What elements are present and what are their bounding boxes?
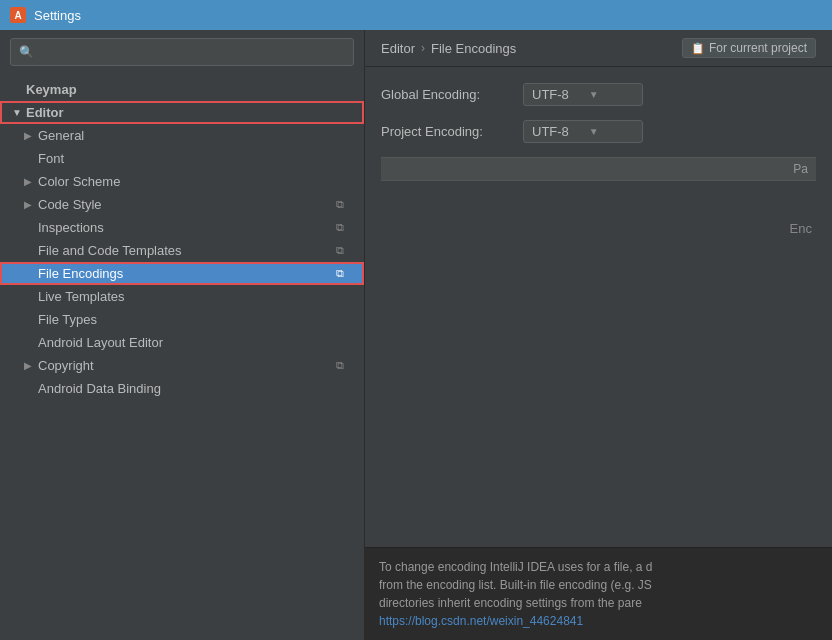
bottom-line-3: directories inherit encoding settings fr… [379,594,818,612]
title-bar: A Settings [0,0,832,30]
sidebar-label-copyright: Copyright [38,358,336,373]
breadcrumb-current: File Encodings [431,41,516,56]
project-icon: 📋 [691,42,705,55]
sidebar-label-code-style: Code Style [38,197,336,212]
copy-badge-icon-code-style: ⧉ [336,198,352,212]
sidebar-label-android-data-binding: Android Data Binding [38,381,352,396]
copy-badge-icon-file-encodings: ⧉ [336,267,352,281]
breadcrumb-parent: Editor [381,41,415,56]
dropdown-arrow-icon-2: ▼ [589,126,599,137]
sidebar-item-file-types[interactable]: File Types [0,308,364,331]
sidebar-label-android-layout-editor: Android Layout Editor [38,335,352,350]
project-encoding-row: Project Encoding: UTF-8 ▼ [381,120,816,143]
table-header: Pa [381,157,816,181]
sidebar-item-keymap[interactable]: Keymap [0,78,364,101]
sidebar-label-general: General [38,128,352,143]
bottom-link[interactable]: https://blog.csdn.net/weixin_44624841 [379,612,818,630]
sidebar-label-file-encodings: File Encodings [38,266,336,281]
project-encoding-value: UTF-8 [532,124,569,139]
sidebar-label-editor: Editor [26,105,352,120]
project-encoding-dropdown[interactable]: UTF-8 ▼ [523,120,643,143]
breadcrumb-bar: Editor › File Encodings 📋 For current pr… [365,30,832,67]
sidebar-label-keymap: Keymap [26,82,352,97]
expand-arrow-copyright: ▶ [24,360,38,371]
global-encoding-row: Global Encoding: UTF-8 ▼ [381,83,816,106]
enc-label: Enc [381,221,816,236]
sidebar-item-file-encodings[interactable]: File Encodings⧉ [0,262,364,285]
search-box[interactable]: 🔍 [10,38,354,66]
global-encoding-dropdown[interactable]: UTF-8 ▼ [523,83,643,106]
sidebar-item-file-code-templates[interactable]: File and Code Templates⧉ [0,239,364,262]
sidebar-item-code-style[interactable]: ▶Code Style⧉ [0,193,364,216]
sidebar-item-android-data-binding[interactable]: Android Data Binding [0,377,364,400]
search-input[interactable] [40,45,345,60]
app-icon: A [10,7,26,23]
window-title: Settings [34,8,81,23]
sidebar-item-android-layout-editor[interactable]: Android Layout Editor [0,331,364,354]
bottom-line-2: from the encoding list. Built-in file en… [379,576,818,594]
sidebar-label-inspections: Inspections [38,220,336,235]
dropdown-arrow-icon: ▼ [589,89,599,100]
sidebar-item-font[interactable]: Font [0,147,364,170]
copy-badge-icon-inspections: ⧉ [336,221,352,235]
sidebar-label-file-code-templates: File and Code Templates [38,243,336,258]
sidebar-label-color-scheme: Color Scheme [38,174,352,189]
sidebar-label-font: Font [38,151,352,166]
expand-arrow-editor: ▼ [12,107,26,118]
main-layout: 🔍 Keymap▼Editor▶GeneralFont▶Color Scheme… [0,30,832,640]
sidebar-item-color-scheme[interactable]: ▶Color Scheme [0,170,364,193]
content-area: Global Encoding: UTF-8 ▼ Project Encodin… [365,67,832,547]
expand-arrow-code-style: ▶ [24,199,38,210]
sidebar-item-copyright[interactable]: ▶Copyright⧉ [0,354,364,377]
sidebar-item-live-templates[interactable]: Live Templates [0,285,364,308]
sidebar-tree: Keymap▼Editor▶GeneralFont▶Color Scheme▶C… [0,74,364,640]
expand-arrow-general: ▶ [24,130,38,141]
for-current-project-button[interactable]: 📋 For current project [682,38,816,58]
bottom-info: To change encoding IntelliJ IDEA uses fo… [365,547,832,640]
bottom-line-1: To change encoding IntelliJ IDEA uses fo… [379,558,818,576]
copy-badge-icon-file-code-templates: ⧉ [336,244,352,258]
sidebar-label-file-types: File Types [38,312,352,327]
sidebar-item-editor[interactable]: ▼Editor [0,101,364,124]
expand-arrow-color-scheme: ▶ [24,176,38,187]
search-icon: 🔍 [19,45,34,59]
project-encoding-label: Project Encoding: [381,124,511,139]
sidebar-item-inspections[interactable]: Inspections⧉ [0,216,364,239]
global-encoding-value: UTF-8 [532,87,569,102]
global-encoding-label: Global Encoding: [381,87,511,102]
right-panel: Editor › File Encodings 📋 For current pr… [365,30,832,640]
sidebar-label-live-templates: Live Templates [38,289,352,304]
sidebar-item-general[interactable]: ▶General [0,124,364,147]
breadcrumb-separator: › [421,41,425,55]
copy-badge-icon-copyright: ⧉ [336,359,352,373]
sidebar: 🔍 Keymap▼Editor▶GeneralFont▶Color Scheme… [0,30,365,640]
